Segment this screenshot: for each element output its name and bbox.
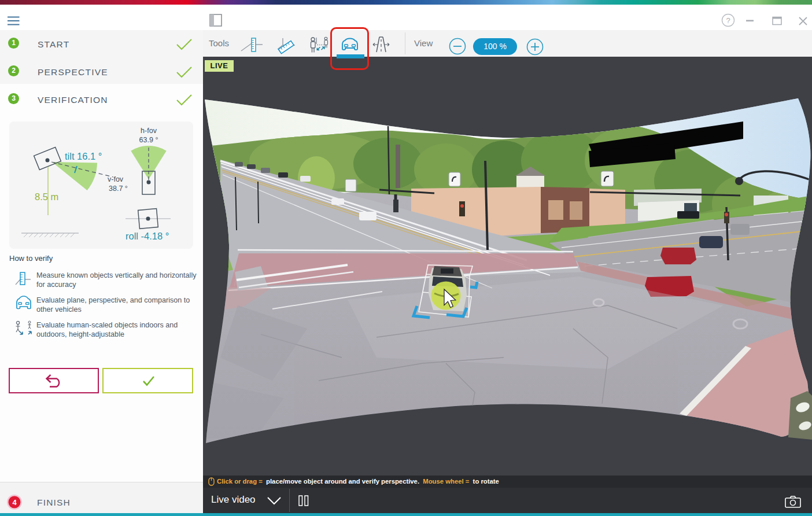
- svg-text:v-fov: v-fov: [108, 175, 124, 183]
- svg-text:4: 4: [12, 498, 17, 507]
- svg-text:63.9 °: 63.9 °: [139, 136, 158, 144]
- svg-text:tilt 16.1 °: tilt 16.1 °: [65, 151, 102, 161]
- svg-text:h-fov: h-fov: [141, 127, 157, 135]
- svg-text:38.7 °: 38.7 °: [109, 185, 128, 193]
- svg-text:100 %: 100 %: [483, 42, 507, 51]
- svg-text:roll -4.18 °: roll -4.18 °: [126, 231, 169, 241]
- svg-text:8.5 m: 8.5 m: [35, 191, 58, 202]
- svg-text:?: ?: [726, 16, 730, 25]
